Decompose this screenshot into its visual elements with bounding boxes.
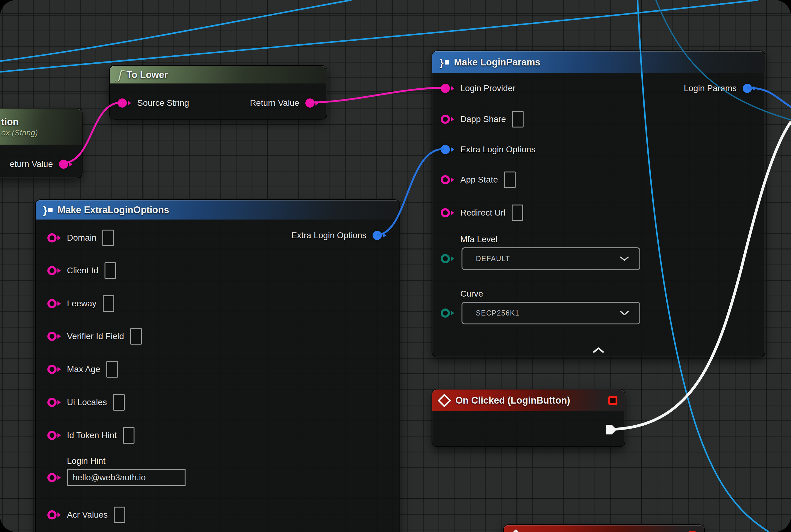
collapse-node-chevron-icon[interactable] xyxy=(592,347,605,353)
id-token-hint-value-field[interactable] xyxy=(123,427,134,444)
node-on-clicked-login-button[interactable]: On Clicked (LoginButton) xyxy=(431,389,625,447)
chevron-down-icon xyxy=(620,256,629,261)
pin-label-extra-login-options: Extra Login Options xyxy=(460,145,536,154)
event-diamond-icon xyxy=(437,394,451,407)
input-pin-ui-locales[interactable] xyxy=(47,398,61,407)
pin-label-domain: Domain xyxy=(67,233,96,243)
pin-label-max-age: Max Age xyxy=(67,364,100,374)
pin-label-source-string: Source String xyxy=(137,98,189,108)
input-pin-acr-values[interactable] xyxy=(47,510,61,519)
pin-label-extra-login-options-out: Extra Login Options xyxy=(291,230,366,240)
mfa-level-block: Mfa Level DEFAULT xyxy=(441,234,640,270)
login-hint-text-input[interactable] xyxy=(67,469,186,486)
curve-dropdown[interactable]: SECP256K1 xyxy=(462,302,640,324)
pin-label-mfa-level: Mfa Level xyxy=(460,234,640,244)
node-title: Make ExtraLoginOptions xyxy=(57,205,169,215)
screenshot-stage: tion ox (String) eturn Value ƒ To Lower … xyxy=(0,0,791,532)
mfa-level-dropdown[interactable]: DEFAULT xyxy=(462,247,640,270)
pin-label-return-value: eturn Value xyxy=(10,159,53,169)
input-pin-client-id[interactable] xyxy=(47,266,61,275)
node-string-source-header[interactable]: tion ox (String) xyxy=(0,109,82,145)
node-title: To Lower xyxy=(127,70,168,80)
domain-value-field[interactable] xyxy=(102,230,114,246)
ui-locales-value-field[interactable] xyxy=(113,394,125,411)
function-icon: ƒ xyxy=(117,69,122,81)
chevron-down-icon xyxy=(620,311,629,316)
input-pin-app-state[interactable] xyxy=(441,175,454,184)
node-on-clicked-login-header[interactable]: On Clicked (LoginButton) xyxy=(432,390,625,411)
node-title: On Clicked (LogoutButton) xyxy=(527,530,648,532)
node-make-extra-login-options-header[interactable]: } Make ExtraLoginOptions xyxy=(36,200,400,220)
pin-label-redirect-url: Redirect Url xyxy=(460,208,505,218)
node-make-login-params[interactable]: } Make LoginParams Login Params Login Pr… xyxy=(431,51,765,357)
node-make-login-params-header[interactable]: } Make LoginParams xyxy=(432,51,765,73)
pin-label-verifier-id-field: Verifier Id Field xyxy=(67,331,124,341)
acr-values-value-field[interactable] xyxy=(114,507,125,523)
curve-block: Curve SECP256K1 xyxy=(441,289,640,324)
verifier-id-field-value-field[interactable] xyxy=(130,328,142,345)
node-string-source-partial[interactable]: tion ox (String) eturn Value xyxy=(0,108,82,178)
make-struct-icon: } xyxy=(43,205,53,215)
node-title: tion xyxy=(1,116,19,128)
node-to-lower[interactable]: ƒ To Lower Source String Return Value xyxy=(109,65,327,119)
pin-label-return-value: Return Value xyxy=(250,98,299,108)
input-pin-verifier-id-field[interactable] xyxy=(47,332,61,341)
input-pin-dapp-share[interactable] xyxy=(441,115,454,124)
node-to-lower-header[interactable]: ƒ To Lower xyxy=(110,66,327,83)
node-make-extra-login-options[interactable]: } Make ExtraLoginOptions Extra Login Opt… xyxy=(35,200,400,532)
mfa-level-value: DEFAULT xyxy=(476,255,510,263)
curve-value: SECP256K1 xyxy=(476,309,520,317)
redirect-url-value-field[interactable] xyxy=(512,205,523,221)
input-pin-mfa-level[interactable] xyxy=(441,254,454,263)
event-bind-square-icon xyxy=(608,396,617,405)
node-title: On Clicked (LoginButton) xyxy=(456,395,570,406)
pin-label-login-provider: Login Provider xyxy=(460,83,516,93)
pin-label-dapp-share: Dapp Share xyxy=(460,114,506,124)
pin-label-client-id: Client Id xyxy=(67,266,98,276)
input-pin-max-age[interactable] xyxy=(47,365,61,374)
pin-label-login-hint: Login Hint xyxy=(67,456,186,466)
leeway-value-field[interactable] xyxy=(103,296,114,312)
wire-blue-long-upper[interactable] xyxy=(0,0,351,61)
pin-label-acr-values: Acr Values xyxy=(67,510,108,520)
pin-label-id-token-hint: Id Token Hint xyxy=(67,431,117,440)
input-pin-id-token-hint[interactable] xyxy=(47,431,61,440)
pin-label-login-params-out: Login Params xyxy=(684,83,737,93)
client-id-value-field[interactable] xyxy=(104,262,116,279)
app-state-value-field[interactable] xyxy=(504,172,516,188)
make-struct-icon: } xyxy=(440,57,449,68)
input-pin-domain[interactable] xyxy=(47,233,61,243)
dapp-share-value-field[interactable] xyxy=(512,111,524,128)
node-subtitle: ox (String) xyxy=(1,128,38,138)
node-on-clicked-logout-button[interactable]: On Clicked (LogoutButton) xyxy=(503,524,705,532)
pin-label-app-state: App State xyxy=(460,175,498,185)
event-diamond-icon xyxy=(509,529,523,532)
pin-label-curve: Curve xyxy=(460,289,640,299)
input-pin-curve[interactable] xyxy=(441,308,454,318)
pin-label-leeway: Leeway xyxy=(67,299,97,308)
input-pin-redirect-url[interactable] xyxy=(441,208,454,217)
pin-label-ui-locales: Ui Locales xyxy=(67,397,107,407)
max-age-value-field[interactable] xyxy=(107,361,118,378)
wire-tolower-to-login-provider[interactable] xyxy=(309,88,444,102)
input-pin-leeway[interactable] xyxy=(47,299,61,308)
node-title: Make LoginParams xyxy=(454,57,540,68)
login-hint-block: Login Hint xyxy=(47,456,186,486)
input-pin-login-hint[interactable] xyxy=(47,473,61,482)
node-on-clicked-logout-header[interactable]: On Clicked (LogoutButton) xyxy=(504,525,704,532)
blueprint-graph-canvas[interactable]: tion ox (String) eturn Value ƒ To Lower … xyxy=(0,0,791,532)
